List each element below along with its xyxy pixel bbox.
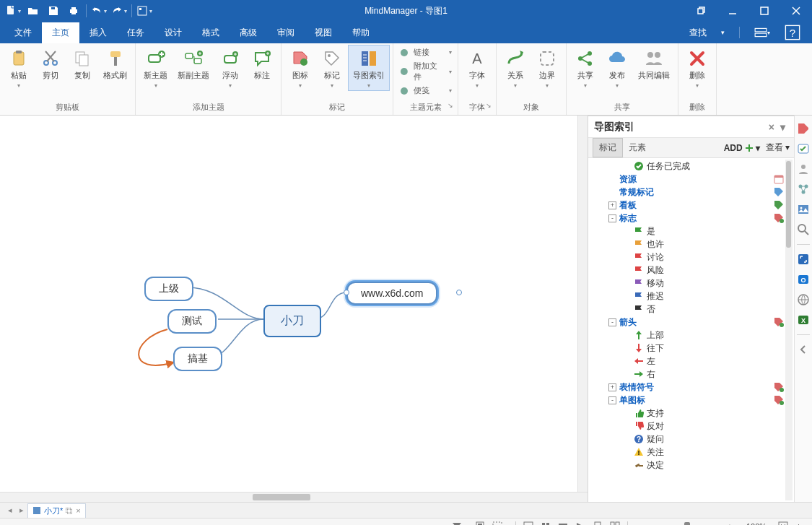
qa-style[interactable] <box>134 1 154 20</box>
ribbon-new-subtopic[interactable]: 新副主题 <box>173 45 214 83</box>
tab-next-icon[interactable]: ▸ <box>16 506 27 515</box>
canvas-vscrollbar[interactable] <box>577 116 588 492</box>
rail-markers-icon[interactable] <box>796 121 811 136</box>
rail-task-icon[interactable] <box>796 142 811 156</box>
ribbon-cut[interactable]: 剪切 <box>35 45 66 83</box>
ribbon-format-painter[interactable]: 格式刷 <box>98 45 132 83</box>
status-select-icon[interactable] <box>490 520 505 526</box>
status-view2-icon[interactable] <box>538 520 553 526</box>
rail-collapse-icon[interactable] <box>796 342 811 357</box>
ribbon-map-index[interactable]: 导图索引▾ <box>348 45 390 91</box>
node-d[interactable]: www.x6d.com <box>346 282 437 305</box>
node-a[interactable]: 上级 <box>144 277 193 301</box>
tree-category[interactable]: -箭头 <box>588 316 794 329</box>
qa-new[interactable] <box>3 1 23 20</box>
rail-search-icon[interactable] <box>796 222 811 237</box>
menu-格式[interactable]: 格式 <box>192 22 230 43</box>
expand-icon[interactable]: + <box>608 383 616 391</box>
tree-item[interactable]: !关注 <box>588 446 794 459</box>
tab-prev-icon[interactable]: ◂ <box>4 506 16 515</box>
menu-审阅[interactable]: 审阅 <box>267 22 305 43</box>
ribbon-icon[interactable]: 图标▾ <box>284 45 316 91</box>
rail-excel-icon[interactable]: X <box>796 313 811 327</box>
menu-高级[interactable]: 高级 <box>230 22 267 43</box>
zoom-level[interactable]: 100% <box>740 522 773 526</box>
rail-contacts-icon[interactable] <box>796 162 811 176</box>
status-filter-icon[interactable] <box>450 520 464 526</box>
zoom-in-icon[interactable]: + <box>722 520 737 526</box>
tree-item[interactable]: 移动 <box>588 277 794 290</box>
group-launcher[interactable]: ↘ <box>448 102 453 109</box>
ribbon-options-icon[interactable]: ▾ <box>754 25 770 40</box>
qa-redo[interactable] <box>109 1 129 20</box>
ribbon-note[interactable]: 便笺▾ <box>396 84 455 97</box>
ribbon-coedit[interactable]: 共同编辑 <box>633 45 675 83</box>
tree-category[interactable]: -标志 <box>588 212 794 225</box>
tree-item[interactable]: 否 <box>588 303 794 316</box>
ribbon-attach[interactable]: 附加文件▾ <box>396 60 455 83</box>
qa-print[interactable] <box>64 1 84 20</box>
help-icon[interactable]: ? <box>785 25 800 40</box>
node-c[interactable]: 搞基 <box>173 347 222 371</box>
minimize-icon[interactable] <box>717 0 748 22</box>
rail-image-icon[interactable] <box>796 202 811 217</box>
node-center[interactable]: 小刀 <box>263 305 321 337</box>
group-launcher[interactable]: ↘ <box>486 102 492 109</box>
tree-category[interactable]: +表情符号 <box>588 381 794 394</box>
status-view4-icon[interactable] <box>573 520 588 526</box>
canvas-hscrollbar[interactable] <box>0 492 588 502</box>
zoom-out-icon[interactable]: − <box>637 520 652 526</box>
node-b[interactable]: 测试 <box>167 309 217 334</box>
tree-item[interactable]: 右 <box>588 368 794 381</box>
panel-tab-markers[interactable]: 标记 <box>593 138 623 157</box>
qa-save[interactable] <box>43 1 64 20</box>
tree-item[interactable]: 是 <box>588 225 794 238</box>
expand-icon[interactable]: - <box>608 214 616 222</box>
panel-close-icon[interactable]: × <box>766 121 777 133</box>
panel-view-button[interactable]: 查看 ▾ <box>766 142 790 154</box>
tree-category[interactable]: 资源 <box>588 173 794 186</box>
menu-设计[interactable]: 设计 <box>154 22 192 43</box>
qa-undo[interactable] <box>89 1 109 20</box>
tree-category[interactable]: -单图标 <box>588 394 794 407</box>
restore-window-icon[interactable] <box>685 0 717 22</box>
tree-category[interactable]: 常规标记 <box>588 186 794 199</box>
ribbon-delete[interactable]: 删除▾ <box>681 45 713 91</box>
marker-tree[interactable]: 任务已完成资源常规标记+看板-标志是也许讨论风险移动推迟否-箭头上部往下左右+表… <box>588 158 794 502</box>
tree-item[interactable]: 上部 <box>588 329 794 342</box>
expand-icon[interactable]: - <box>608 318 616 326</box>
close-icon[interactable] <box>780 0 812 22</box>
tree-item[interactable]: 也许 <box>588 238 794 251</box>
tree-item[interactable]: 左 <box>588 355 794 368</box>
rail-links-icon[interactable] <box>796 182 811 196</box>
tree-item[interactable]: 风险 <box>588 264 794 277</box>
maximize-icon[interactable] <box>748 0 780 22</box>
status-calc-icon[interactable] <box>473 520 487 526</box>
tree-item[interactable]: 推迟 <box>588 290 794 303</box>
ribbon-new-topic[interactable]: 新主题▾ <box>139 45 173 91</box>
ribbon-callout[interactable]: 标注 <box>246 45 278 83</box>
ribbon-boundary[interactable]: 边界▾ <box>531 45 563 91</box>
document-tab[interactable]: 小刀* ⿻ × <box>27 503 86 518</box>
ribbon-link[interactable]: 链接▾ <box>396 46 455 58</box>
tree-item[interactable]: 支持 <box>588 407 794 420</box>
tree-item[interactable]: 往下 <box>588 342 794 355</box>
tree-item[interactable]: 决定 <box>588 459 794 472</box>
panel-add-button[interactable]: ADD ▾ <box>724 143 760 153</box>
tab-close-icon[interactable]: × <box>76 506 80 515</box>
status-view3-icon[interactable] <box>556 520 570 526</box>
ribbon-copy[interactable]: 复制 <box>66 45 98 83</box>
status-view6-icon[interactable] <box>608 520 622 526</box>
ribbon-share[interactable]: 共享▾ <box>569 45 601 91</box>
ribbon-publish[interactable]: 发布▾ <box>601 45 633 91</box>
ribbon-font[interactable]: A字体▾ <box>461 45 493 91</box>
ribbon-floating[interactable]: 浮动▾ <box>214 45 246 91</box>
menu-主页[interactable]: 主页 <box>42 22 79 43</box>
tree-item[interactable]: 反对 <box>588 420 794 433</box>
menu-插入[interactable]: 插入 <box>79 22 117 43</box>
tree-item[interactable]: 任务已完成 <box>588 160 794 173</box>
menu-文件[interactable]: 文件 <box>4 22 42 43</box>
rail-fullscreen-icon[interactable] <box>796 252 811 266</box>
status-view5-icon[interactable] <box>590 520 605 526</box>
tree-item[interactable]: ?疑问 <box>588 433 794 446</box>
